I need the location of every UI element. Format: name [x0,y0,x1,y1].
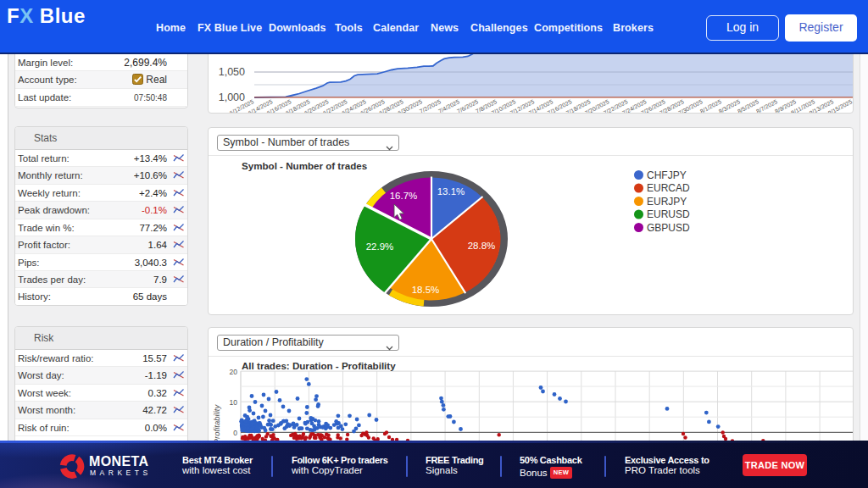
svg-text:1,000: 1,000 [219,92,245,103]
svg-text:10: 10 [230,398,238,407]
svg-text:16.7%: 16.7% [390,191,418,201]
svg-text:EURJPY: EURJPY [647,196,687,208]
svg-text:20: 20 [230,368,238,376]
svg-text:0: 0 [233,429,237,437]
svg-text:All trades: Duration - Profita: All trades: Duration - Profitability [242,360,396,371]
svg-text:22.9%: 22.9% [366,241,394,252]
svg-text:EURUSD: EURUSD [647,208,690,220]
svg-text:Profitability: Profitability [212,404,221,445]
svg-text:13.1%: 13.1% [437,186,465,197]
svg-text:GBPUSD: GBPUSD [647,222,690,234]
svg-text:CHFJPY: CHFJPY [647,169,687,181]
svg-text:EURCAD: EURCAD [647,182,690,194]
svg-text:28.8%: 28.8% [468,241,496,251]
svg-text:18.5%: 18.5% [412,285,440,295]
svg-text:1,050: 1,050 [219,66,245,78]
